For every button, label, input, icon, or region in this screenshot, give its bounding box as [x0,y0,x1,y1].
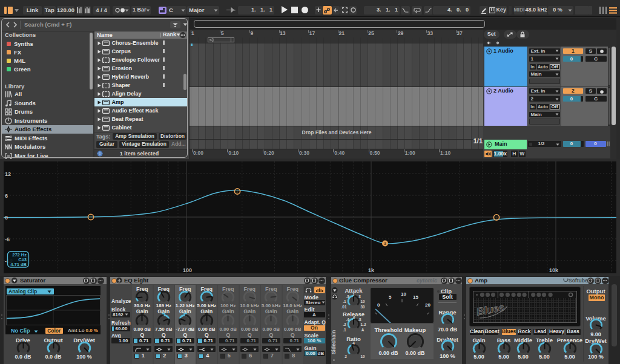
svg-text:0: 0 [5,215,8,221]
svg-text:10k: 10k [549,267,559,273]
svg-text:0: 0 [377,302,380,308]
svg-text:3: 3 [384,241,386,245]
svg-text:-6: -6 [5,236,10,242]
svg-text:4.71 dB: 4.71 dB [10,262,27,267]
svg-text:Blues: Blues [476,302,506,318]
svg-text:6: 6 [5,193,8,199]
svg-text:1k: 1k [368,267,375,273]
svg-text:100: 100 [183,267,192,273]
svg-text:5: 5 [389,294,392,300]
svg-text:20: 20 [425,302,430,308]
svg-text:10: 10 [401,291,406,297]
svg-text:12: 12 [5,171,11,177]
svg-text:15: 15 [413,294,418,300]
